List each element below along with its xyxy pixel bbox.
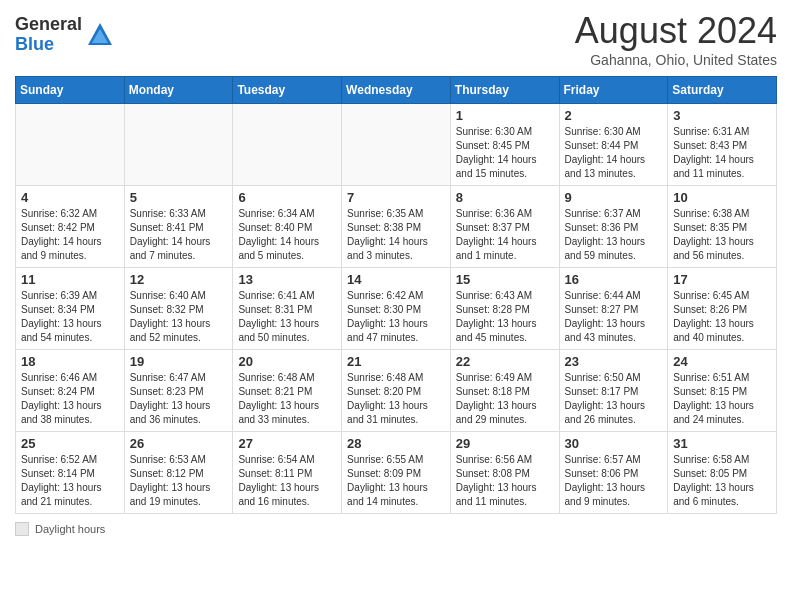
day-number: 2 bbox=[565, 108, 663, 123]
calendar-day-cell: 23Sunrise: 6:50 AM Sunset: 8:17 PM Dayli… bbox=[559, 350, 668, 432]
day-info: Sunrise: 6:50 AM Sunset: 8:17 PM Dayligh… bbox=[565, 371, 663, 427]
calendar-day-cell bbox=[233, 104, 342, 186]
calendar-day-cell: 3Sunrise: 6:31 AM Sunset: 8:43 PM Daylig… bbox=[668, 104, 777, 186]
day-info: Sunrise: 6:34 AM Sunset: 8:40 PM Dayligh… bbox=[238, 207, 336, 263]
day-number: 26 bbox=[130, 436, 228, 451]
day-info: Sunrise: 6:57 AM Sunset: 8:06 PM Dayligh… bbox=[565, 453, 663, 509]
day-number: 9 bbox=[565, 190, 663, 205]
calendar-day-cell bbox=[124, 104, 233, 186]
day-number: 20 bbox=[238, 354, 336, 369]
calendar-day-cell: 22Sunrise: 6:49 AM Sunset: 8:18 PM Dayli… bbox=[450, 350, 559, 432]
calendar-day-cell: 19Sunrise: 6:47 AM Sunset: 8:23 PM Dayli… bbox=[124, 350, 233, 432]
calendar-day-cell: 10Sunrise: 6:38 AM Sunset: 8:35 PM Dayli… bbox=[668, 186, 777, 268]
weekday-header: Thursday bbox=[450, 77, 559, 104]
weekday-header: Monday bbox=[124, 77, 233, 104]
calendar-day-cell: 8Sunrise: 6:36 AM Sunset: 8:37 PM Daylig… bbox=[450, 186, 559, 268]
day-number: 30 bbox=[565, 436, 663, 451]
day-number: 25 bbox=[21, 436, 119, 451]
location-subtitle: Gahanna, Ohio, United States bbox=[575, 52, 777, 68]
day-info: Sunrise: 6:39 AM Sunset: 8:34 PM Dayligh… bbox=[21, 289, 119, 345]
day-info: Sunrise: 6:31 AM Sunset: 8:43 PM Dayligh… bbox=[673, 125, 771, 181]
day-number: 18 bbox=[21, 354, 119, 369]
day-info: Sunrise: 6:36 AM Sunset: 8:37 PM Dayligh… bbox=[456, 207, 554, 263]
calendar-day-cell: 6Sunrise: 6:34 AM Sunset: 8:40 PM Daylig… bbox=[233, 186, 342, 268]
day-number: 6 bbox=[238, 190, 336, 205]
day-number: 29 bbox=[456, 436, 554, 451]
weekday-header: Sunday bbox=[16, 77, 125, 104]
day-number: 12 bbox=[130, 272, 228, 287]
calendar-day-cell bbox=[16, 104, 125, 186]
day-number: 5 bbox=[130, 190, 228, 205]
day-number: 14 bbox=[347, 272, 445, 287]
day-number: 1 bbox=[456, 108, 554, 123]
calendar-day-cell: 16Sunrise: 6:44 AM Sunset: 8:27 PM Dayli… bbox=[559, 268, 668, 350]
day-number: 3 bbox=[673, 108, 771, 123]
day-info: Sunrise: 6:47 AM Sunset: 8:23 PM Dayligh… bbox=[130, 371, 228, 427]
logo-text: General Blue bbox=[15, 15, 82, 55]
day-number: 27 bbox=[238, 436, 336, 451]
day-number: 16 bbox=[565, 272, 663, 287]
day-info: Sunrise: 6:58 AM Sunset: 8:05 PM Dayligh… bbox=[673, 453, 771, 509]
calendar-day-cell: 9Sunrise: 6:37 AM Sunset: 8:36 PM Daylig… bbox=[559, 186, 668, 268]
day-info: Sunrise: 6:52 AM Sunset: 8:14 PM Dayligh… bbox=[21, 453, 119, 509]
day-number: 22 bbox=[456, 354, 554, 369]
calendar-day-cell: 21Sunrise: 6:48 AM Sunset: 8:20 PM Dayli… bbox=[342, 350, 451, 432]
calendar-week-row: 4Sunrise: 6:32 AM Sunset: 8:42 PM Daylig… bbox=[16, 186, 777, 268]
calendar-day-cell: 31Sunrise: 6:58 AM Sunset: 8:05 PM Dayli… bbox=[668, 432, 777, 514]
day-info: Sunrise: 6:46 AM Sunset: 8:24 PM Dayligh… bbox=[21, 371, 119, 427]
calendar-day-cell: 12Sunrise: 6:40 AM Sunset: 8:32 PM Dayli… bbox=[124, 268, 233, 350]
header: General Blue August 2024 Gahanna, Ohio, … bbox=[15, 10, 777, 68]
calendar: SundayMondayTuesdayWednesdayThursdayFrid… bbox=[15, 76, 777, 514]
calendar-day-cell: 11Sunrise: 6:39 AM Sunset: 8:34 PM Dayli… bbox=[16, 268, 125, 350]
calendar-day-cell: 27Sunrise: 6:54 AM Sunset: 8:11 PM Dayli… bbox=[233, 432, 342, 514]
day-info: Sunrise: 6:42 AM Sunset: 8:30 PM Dayligh… bbox=[347, 289, 445, 345]
month-year-title: August 2024 bbox=[575, 10, 777, 52]
day-number: 4 bbox=[21, 190, 119, 205]
calendar-day-cell bbox=[342, 104, 451, 186]
calendar-day-cell: 18Sunrise: 6:46 AM Sunset: 8:24 PM Dayli… bbox=[16, 350, 125, 432]
calendar-day-cell: 24Sunrise: 6:51 AM Sunset: 8:15 PM Dayli… bbox=[668, 350, 777, 432]
day-number: 11 bbox=[21, 272, 119, 287]
calendar-day-cell: 17Sunrise: 6:45 AM Sunset: 8:26 PM Dayli… bbox=[668, 268, 777, 350]
calendar-day-cell: 20Sunrise: 6:48 AM Sunset: 8:21 PM Dayli… bbox=[233, 350, 342, 432]
calendar-week-row: 1Sunrise: 6:30 AM Sunset: 8:45 PM Daylig… bbox=[16, 104, 777, 186]
weekday-header: Saturday bbox=[668, 77, 777, 104]
calendar-day-cell: 29Sunrise: 6:56 AM Sunset: 8:08 PM Dayli… bbox=[450, 432, 559, 514]
calendar-day-cell: 2Sunrise: 6:30 AM Sunset: 8:44 PM Daylig… bbox=[559, 104, 668, 186]
day-number: 8 bbox=[456, 190, 554, 205]
day-info: Sunrise: 6:45 AM Sunset: 8:26 PM Dayligh… bbox=[673, 289, 771, 345]
day-number: 19 bbox=[130, 354, 228, 369]
day-info: Sunrise: 6:33 AM Sunset: 8:41 PM Dayligh… bbox=[130, 207, 228, 263]
day-number: 13 bbox=[238, 272, 336, 287]
day-info: Sunrise: 6:30 AM Sunset: 8:45 PM Dayligh… bbox=[456, 125, 554, 181]
day-info: Sunrise: 6:32 AM Sunset: 8:42 PM Dayligh… bbox=[21, 207, 119, 263]
day-number: 21 bbox=[347, 354, 445, 369]
legend-label: Daylight hours bbox=[35, 523, 105, 535]
calendar-day-cell: 7Sunrise: 6:35 AM Sunset: 8:38 PM Daylig… bbox=[342, 186, 451, 268]
title-area: August 2024 Gahanna, Ohio, United States bbox=[575, 10, 777, 68]
calendar-day-cell: 28Sunrise: 6:55 AM Sunset: 8:09 PM Dayli… bbox=[342, 432, 451, 514]
day-info: Sunrise: 6:37 AM Sunset: 8:36 PM Dayligh… bbox=[565, 207, 663, 263]
calendar-body: 1Sunrise: 6:30 AM Sunset: 8:45 PM Daylig… bbox=[16, 104, 777, 514]
day-info: Sunrise: 6:56 AM Sunset: 8:08 PM Dayligh… bbox=[456, 453, 554, 509]
calendar-week-row: 11Sunrise: 6:39 AM Sunset: 8:34 PM Dayli… bbox=[16, 268, 777, 350]
calendar-week-row: 18Sunrise: 6:46 AM Sunset: 8:24 PM Dayli… bbox=[16, 350, 777, 432]
logo-icon bbox=[86, 21, 114, 49]
calendar-day-cell: 5Sunrise: 6:33 AM Sunset: 8:41 PM Daylig… bbox=[124, 186, 233, 268]
weekday-header-row: SundayMondayTuesdayWednesdayThursdayFrid… bbox=[16, 77, 777, 104]
calendar-day-cell: 1Sunrise: 6:30 AM Sunset: 8:45 PM Daylig… bbox=[450, 104, 559, 186]
day-number: 15 bbox=[456, 272, 554, 287]
calendar-day-cell: 14Sunrise: 6:42 AM Sunset: 8:30 PM Dayli… bbox=[342, 268, 451, 350]
day-info: Sunrise: 6:53 AM Sunset: 8:12 PM Dayligh… bbox=[130, 453, 228, 509]
calendar-header: SundayMondayTuesdayWednesdayThursdayFrid… bbox=[16, 77, 777, 104]
calendar-day-cell: 30Sunrise: 6:57 AM Sunset: 8:06 PM Dayli… bbox=[559, 432, 668, 514]
day-info: Sunrise: 6:51 AM Sunset: 8:15 PM Dayligh… bbox=[673, 371, 771, 427]
legend-box bbox=[15, 522, 29, 536]
day-info: Sunrise: 6:43 AM Sunset: 8:28 PM Dayligh… bbox=[456, 289, 554, 345]
day-number: 24 bbox=[673, 354, 771, 369]
day-info: Sunrise: 6:54 AM Sunset: 8:11 PM Dayligh… bbox=[238, 453, 336, 509]
day-info: Sunrise: 6:30 AM Sunset: 8:44 PM Dayligh… bbox=[565, 125, 663, 181]
day-info: Sunrise: 6:40 AM Sunset: 8:32 PM Dayligh… bbox=[130, 289, 228, 345]
weekday-header: Wednesday bbox=[342, 77, 451, 104]
day-info: Sunrise: 6:35 AM Sunset: 8:38 PM Dayligh… bbox=[347, 207, 445, 263]
